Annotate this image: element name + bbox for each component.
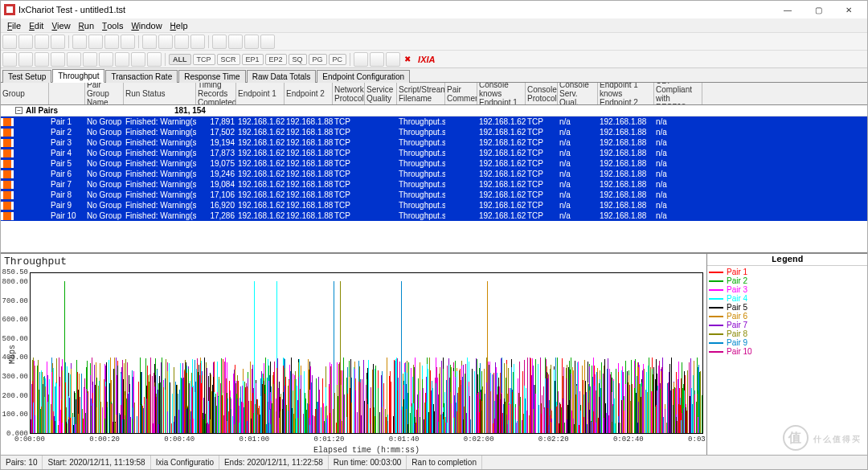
col-header[interactable]: Script/Stream Filename [397,83,445,104]
legend-item[interactable]: Pair 2 [709,276,866,285]
toolbar2-btn-5[interactable] [83,52,97,67]
col-header[interactable]: Endpoint 1 [236,83,285,104]
titlebar[interactable]: IxChariot Test - untitled1.tst ― ▢ ✕ [1,1,867,18]
col-header[interactable]: Service Quality [365,83,397,104]
toolbar2-btn-4[interactable] [67,52,81,67]
toolbar2-btn-7[interactable] [115,52,129,67]
chart-plot-area[interactable] [30,272,703,434]
col-header[interactable]: Console knows Endpoint 1 [477,83,526,104]
table-row[interactable]: Pair 1No GroupFinished: Warning(s)17,891… [1,116,867,127]
menu-file[interactable]: File [4,21,24,31]
toolbar-btn-11[interactable] [190,35,205,49]
col-header[interactable]: Run Status [124,83,196,104]
tab-throughput[interactable]: Throughput [52,69,104,83]
table-row[interactable]: Pair 7No GroupFinished: Warning(s)19,084… [1,179,867,190]
table-row[interactable]: Pair 8No GroupFinished: Warning(s)17,106… [1,190,867,200]
row-icon [1,212,14,220]
toolbar2-btn-6[interactable] [99,52,113,67]
legend-item[interactable]: Pair 4 [709,294,866,303]
col-header[interactable]: Endpoint 1 knows Endpoint 2 [598,83,654,104]
menu-tools[interactable]: Tools [99,21,126,31]
collapse-icon[interactable]: − [15,107,23,114]
legend-label: Pair 1 [727,268,747,276]
col-header[interactable]: Pair Comment [445,83,477,104]
tab-test-setup[interactable]: Test Setup [2,70,51,83]
table-row[interactable]: Pair 2No GroupFinished: Warning(s)17,502… [1,127,867,137]
legend-item[interactable]: Pair 6 [709,312,866,321]
col-header[interactable]: Console Serv. Qual. [558,83,598,104]
col-header[interactable]: Console Protocol [526,83,558,104]
legend-label: Pair 5 [727,303,747,312]
toolbar2-btn-1[interactable] [18,52,33,67]
tab-response-time[interactable]: Response Time [178,70,245,83]
filter-pill-ep2[interactable]: EP2 [265,54,287,65]
filter-pill-all[interactable]: ALL [169,54,191,65]
maximize-button[interactable]: ▢ [803,1,833,18]
col-header[interactable]: Group [1,83,49,104]
filter-pill-pg[interactable]: PG [309,54,327,65]
window-title: IxChariot Test - untitled1.tst [18,5,772,14]
toolbar2-btn-3[interactable] [51,52,65,67]
table-row[interactable]: Pair 9No GroupFinished: Warning(s)16,920… [1,200,867,210]
legend-item[interactable]: Pair 5 [709,303,866,312]
col-header[interactable]: Network Protocol [333,83,365,104]
menu-window[interactable]: Window [128,21,165,31]
toolbar-btn-5[interactable] [88,35,103,49]
filter-pill-sq[interactable]: SQ [289,54,307,65]
toolbar2-extra-0[interactable] [354,52,368,67]
col-header[interactable]: Endpoint 2 [285,83,333,104]
toolbar2-extra-2[interactable] [386,52,400,67]
toolbar-btn-15[interactable] [260,35,275,49]
filter-pill-pc[interactable]: PC [329,54,347,65]
table-row[interactable]: Pair 5No GroupFinished: Warning(s)19,075… [1,158,867,169]
menu-edit[interactable]: Edit [26,21,47,31]
legend-item[interactable]: Pair 10 [709,347,866,356]
menu-view[interactable]: View [48,21,73,31]
toolbar-btn-14[interactable] [244,35,259,49]
toolbar2-btn-2[interactable] [35,52,49,67]
legend-item[interactable]: Pair 7 [709,321,866,329]
tab-transaction-rate[interactable]: Transaction Rate [105,70,178,83]
toolbar-btn-8[interactable] [142,35,157,49]
close-button[interactable]: ✕ [833,1,864,18]
menu-run[interactable]: Run [76,21,97,31]
col-header[interactable]: Timing Records Completed [196,83,236,104]
legend-item[interactable]: Pair 3 [709,285,866,294]
toolbar2-btn-0[interactable] [2,52,17,67]
filter-pill-scr[interactable]: SCR [217,54,240,65]
toolbar-btn-7[interactable] [121,35,135,49]
col-header[interactable]: Pair Group Name [85,83,124,104]
toolbar-btn-1[interactable] [18,35,33,49]
table-row[interactable]: Pair 4No GroupFinished: Warning(s)17,873… [1,148,867,158]
toolbar-btn-2[interactable] [35,35,49,49]
legend-item[interactable]: Pair 9 [709,338,866,347]
toolbar-btn-13[interactable] [228,35,243,49]
toolbar-btn-10[interactable] [174,35,189,49]
toolbar2-btn-9[interactable] [147,52,162,67]
tab-endpoint-configuration[interactable]: Endpoint Configuration [317,70,410,83]
col-header[interactable] [49,83,85,104]
filter-pill-ep1[interactable]: EP1 [242,54,264,65]
grid-body[interactable]: − All Pairs 181, 154 Pair 1No GroupFinis… [1,105,867,253]
svg-rect-7 [3,170,11,178]
table-row[interactable]: Pair 10No GroupFinished: Warning(s)17,28… [1,210,867,221]
toolbar-btn-6[interactable] [104,35,119,49]
table-row[interactable]: Pair 3No GroupFinished: Warning(s)19,194… [1,137,867,148]
toolbar2-extra-1[interactable] [370,52,384,67]
legend-item[interactable]: Pair 1 [709,268,866,276]
toolbar-btn-4[interactable] [72,35,87,49]
col-header[interactable]: UDP Compliant with RFC768 [654,83,702,104]
minimize-button[interactable]: ― [772,1,803,18]
tree-root-row[interactable]: − All Pairs 181, 154 [1,105,867,116]
tab-raw-data-totals[interactable]: Raw Data Totals [247,70,317,83]
toolbar-btn-3[interactable] [51,35,65,49]
row-icon [1,139,14,147]
filter-pill-tcp[interactable]: TCP [193,54,215,65]
table-row[interactable]: Pair 6No GroupFinished: Warning(s)19,246… [1,169,867,179]
toolbar2-btn-8[interactable] [131,52,145,67]
toolbar-btn-9[interactable] [158,35,173,49]
toolbar-btn-12[interactable] [212,35,227,49]
legend-item[interactable]: Pair 8 [709,329,866,338]
toolbar-btn-0[interactable] [2,35,17,49]
menu-help[interactable]: Help [167,21,191,31]
